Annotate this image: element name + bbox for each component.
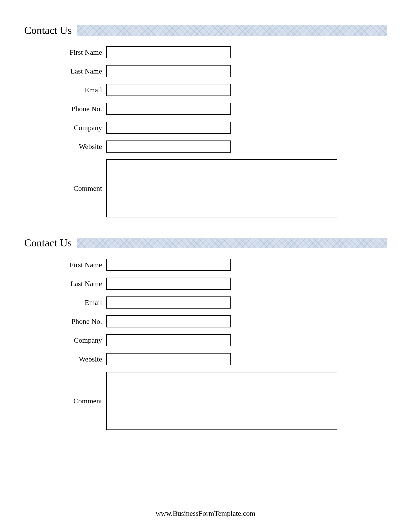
form-header: Contact Us — [24, 237, 387, 249]
field-row-last-name: Last Name — [24, 278, 387, 290]
phone-input[interactable] — [106, 315, 231, 327]
decorative-pattern-bar — [77, 238, 387, 248]
field-row-phone: Phone No. — [24, 315, 387, 327]
field-row-comment: Comment — [24, 372, 387, 430]
field-row-first-name: First Name — [24, 259, 387, 271]
field-row-last-name: Last Name — [24, 65, 387, 77]
form-title: Contact Us — [24, 237, 72, 249]
comment-textarea[interactable] — [106, 372, 337, 430]
last-name-input[interactable] — [106, 278, 231, 290]
email-input[interactable] — [106, 296, 231, 309]
comment-textarea[interactable] — [106, 159, 337, 217]
website-label: Website — [24, 142, 106, 151]
footer-url: www.BusinessFormTemplate.com — [0, 509, 411, 517]
field-row-phone: Phone No. — [24, 103, 387, 115]
first-name-input[interactable] — [106, 259, 231, 271]
field-row-email: Email — [24, 84, 387, 96]
contact-form-2: Contact Us First Name Last Name Email Ph… — [24, 237, 387, 430]
phone-input[interactable] — [106, 103, 231, 115]
email-label: Email — [24, 298, 106, 307]
field-row-first-name: First Name — [24, 46, 387, 58]
contact-form-1: Contact Us First Name Last Name Email Ph… — [24, 24, 387, 217]
company-input[interactable] — [106, 122, 231, 134]
decorative-pattern-bar — [77, 25, 387, 36]
field-row-website: Website — [24, 353, 387, 365]
website-input[interactable] — [106, 353, 231, 365]
first-name-input[interactable] — [106, 46, 231, 58]
form-title: Contact Us — [24, 24, 72, 37]
phone-label: Phone No. — [24, 105, 106, 113]
comment-label: Comment — [24, 184, 106, 192]
last-name-label: Last Name — [24, 67, 106, 75]
comment-label: Comment — [24, 397, 106, 405]
field-row-comment: Comment — [24, 159, 387, 217]
company-input[interactable] — [106, 334, 231, 346]
first-name-label: First Name — [24, 48, 106, 56]
company-label: Company — [24, 336, 106, 344]
field-row-website: Website — [24, 141, 387, 152]
field-row-company: Company — [24, 122, 387, 134]
form-header: Contact Us — [24, 24, 387, 37]
field-row-email: Email — [24, 296, 387, 309]
phone-label: Phone No. — [24, 317, 106, 325]
field-row-company: Company — [24, 334, 387, 346]
email-input[interactable] — [106, 84, 231, 96]
company-label: Company — [24, 124, 106, 132]
email-label: Email — [24, 86, 106, 94]
website-label: Website — [24, 355, 106, 363]
first-name-label: First Name — [24, 261, 106, 269]
website-input[interactable] — [106, 141, 231, 152]
last-name-label: Last Name — [24, 280, 106, 288]
last-name-input[interactable] — [106, 65, 231, 77]
